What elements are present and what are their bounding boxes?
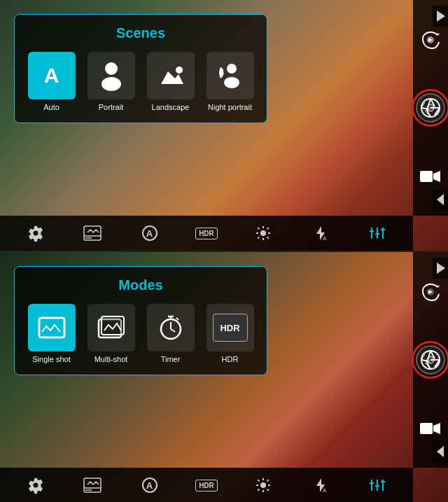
svg-point-24 xyxy=(260,230,266,236)
top-camera-panel: Scenes A Auto Portrait xyxy=(0,0,448,251)
nav-arrow-bottom-top[interactable] xyxy=(433,189,448,210)
scene-icon-portrait xyxy=(88,52,135,99)
shutter-inner-top xyxy=(416,93,445,123)
hdr-icon-bottom[interactable]: HDR xyxy=(194,473,219,498)
mode-item-multi-shot[interactable]: Multi-shot xyxy=(85,304,137,364)
shutter-button-bottom[interactable] xyxy=(412,341,448,379)
mode-label-hdr: HDR xyxy=(222,355,239,364)
svg-line-30 xyxy=(267,237,269,239)
svg-rect-40 xyxy=(381,229,385,230)
right-panel-top xyxy=(413,0,448,216)
svg-rect-62 xyxy=(420,423,433,434)
mode-a-icon-bottom[interactable]: A xyxy=(137,473,162,498)
svg-point-1 xyxy=(102,77,121,91)
hdr-icon-top[interactable]: HDR xyxy=(194,221,219,246)
svg-line-76 xyxy=(267,480,269,481)
scene-icon-night-portrait xyxy=(206,52,254,99)
nav-arrow-top-top[interactable] xyxy=(433,6,448,27)
svg-rect-39 xyxy=(375,233,379,235)
svg-line-31 xyxy=(267,228,269,229)
svg-rect-17 xyxy=(420,171,433,182)
toolbar-top: A HDR A xyxy=(0,216,413,251)
shutter-inner-bottom xyxy=(416,345,445,375)
svg-point-69 xyxy=(260,482,266,488)
right-panel-bottom xyxy=(413,252,448,468)
modes-grid: Single shot Multi-shot xyxy=(25,304,256,364)
svg-point-4 xyxy=(227,64,237,74)
svg-line-47 xyxy=(171,329,175,332)
rotate-button-bottom[interactable] xyxy=(416,277,444,305)
mode-icon-multi-shot xyxy=(88,304,135,351)
svg-point-16 xyxy=(427,104,434,111)
scenes-grid: A Auto Portrait xyxy=(25,52,256,112)
rotate-button-top[interactable] xyxy=(416,25,444,53)
svg-rect-85 xyxy=(381,481,385,482)
scenes-title: Scenes xyxy=(25,25,256,41)
scene-icon-landscape xyxy=(147,52,195,99)
svg-rect-44 xyxy=(102,316,124,335)
svg-rect-80 xyxy=(371,480,372,491)
settings-icon-bottom[interactable] xyxy=(23,473,48,498)
mode-label-single-shot: Single shot xyxy=(32,355,70,364)
shutter-button-top[interactable] xyxy=(412,89,448,127)
brightness-icon-top[interactable] xyxy=(251,221,276,246)
flash-icon-bottom[interactable]: A xyxy=(308,473,333,498)
scene-item-night-portrait[interactable]: Night portrait xyxy=(204,52,256,112)
scene-item-landscape[interactable]: Landscape xyxy=(144,52,197,112)
svg-point-5 xyxy=(224,77,239,88)
scenes-overlay: Scenes A Auto Portrait xyxy=(14,14,267,123)
mode-item-hdr[interactable]: HDR HDR xyxy=(204,304,256,364)
svg-line-29 xyxy=(258,228,260,229)
mode-label-multi-shot: Multi-shot xyxy=(94,355,128,364)
svg-marker-64 xyxy=(437,263,445,274)
hdr-badge: HDR xyxy=(213,314,248,342)
settings-bars-icon-top[interactable] xyxy=(365,221,390,246)
settings-bars-icon-bottom[interactable] xyxy=(365,473,390,498)
scene-label-portrait: Portrait xyxy=(99,103,123,112)
scene-label-auto: Auto xyxy=(43,103,59,112)
svg-marker-18 xyxy=(433,171,440,182)
cam-vid-button-top[interactable] xyxy=(416,162,444,190)
scene-label-night-portrait: Night portrait xyxy=(208,103,252,112)
svg-line-75 xyxy=(267,489,269,491)
brightness-icon-bottom[interactable] xyxy=(251,473,276,498)
bottom-camera-panel: Modes Single shot xyxy=(0,252,448,502)
svg-marker-63 xyxy=(433,423,440,434)
svg-text:A: A xyxy=(323,235,327,242)
svg-line-74 xyxy=(258,480,260,481)
mode-icon-single-shot xyxy=(28,304,76,351)
photo-edit-icon-bottom[interactable] xyxy=(80,473,105,498)
modes-title: Modes xyxy=(25,277,256,293)
modes-overlay: Modes Single shot xyxy=(14,266,267,375)
nav-arrow-top-bottom[interactable] xyxy=(433,258,448,279)
mode-icon-timer xyxy=(147,304,195,351)
svg-point-0 xyxy=(105,62,118,75)
mode-item-single-shot[interactable]: Single shot xyxy=(25,304,78,364)
svg-line-77 xyxy=(258,489,260,491)
mode-item-timer[interactable]: Timer xyxy=(144,304,197,364)
mode-a-icon-top[interactable]: A xyxy=(137,221,162,246)
nav-arrow-bottom-bottom[interactable] xyxy=(433,441,448,462)
svg-line-50 xyxy=(176,318,178,320)
svg-rect-83 xyxy=(370,482,374,484)
svg-marker-65 xyxy=(437,446,444,457)
scene-item-auto[interactable]: A Auto xyxy=(25,52,78,112)
mode-label-timer: Timer xyxy=(161,355,181,364)
photo-edit-icon-top[interactable] xyxy=(80,221,105,246)
settings-icon-top[interactable] xyxy=(23,221,48,246)
hdr-label-top: HDR xyxy=(195,228,218,239)
cam-vid-button-bottom[interactable] xyxy=(416,414,444,442)
svg-text:A: A xyxy=(323,487,327,494)
svg-rect-38 xyxy=(370,230,374,232)
toolbar-bottom: A HDR A xyxy=(0,468,413,502)
flash-icon-top[interactable]: A xyxy=(308,221,333,246)
svg-line-32 xyxy=(258,237,260,239)
hdr-label-bottom: HDR xyxy=(195,480,218,491)
svg-point-61 xyxy=(427,356,434,363)
svg-point-3 xyxy=(176,67,183,74)
scene-label-landscape: Landscape xyxy=(152,103,190,112)
scene-item-portrait[interactable]: Portrait xyxy=(85,52,137,112)
svg-marker-19 xyxy=(437,11,445,22)
svg-rect-84 xyxy=(375,485,379,487)
mode-icon-hdr: HDR xyxy=(206,304,254,351)
